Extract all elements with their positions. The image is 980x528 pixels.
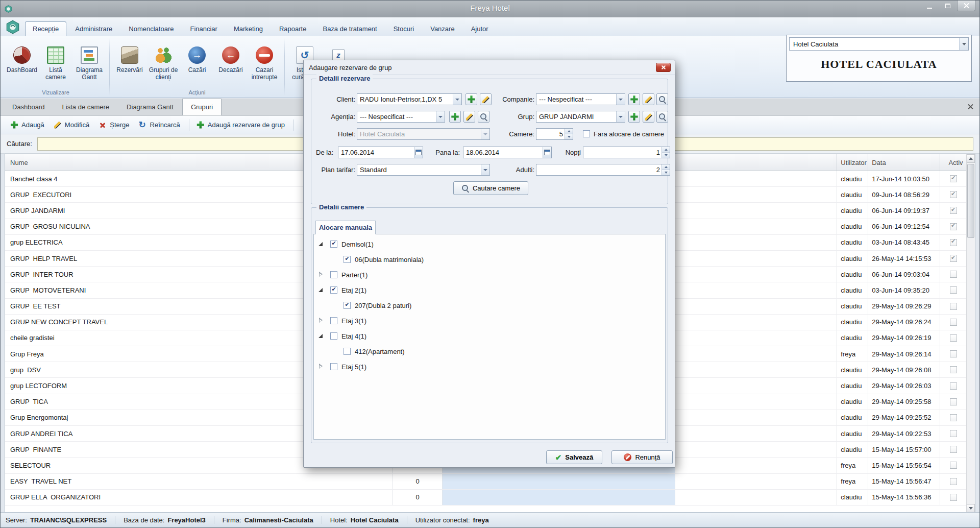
hotel-selector[interactable]: Hotel Caciulata	[789, 37, 969, 51]
spin-up-button[interactable]	[662, 164, 670, 170]
search-rooms-button[interactable]: Cautare camere	[453, 181, 528, 195]
close-view-button[interactable]	[968, 103, 973, 111]
active-checkbox[interactable]	[950, 223, 957, 230]
no-room-allocation-checkbox[interactable]	[583, 130, 590, 137]
active-checkbox[interactable]	[950, 303, 957, 310]
tree-item[interactable]: Etaj 2(1)	[314, 282, 665, 298]
de-la-datepicker[interactable]: 17.06.2014	[338, 147, 423, 158]
adulti-spinner[interactable]: 2	[536, 164, 670, 176]
toolbar-button[interactable]: Adaugă	[6, 119, 49, 131]
active-checkbox[interactable]	[950, 319, 957, 326]
menu-tab[interactable]: Recepție	[25, 21, 66, 36]
grup-search-button[interactable]	[656, 111, 668, 123]
active-checkbox[interactable]	[950, 462, 957, 469]
spin-up-button[interactable]	[662, 147, 670, 152]
tree-item[interactable]: Etaj 5(1)	[314, 359, 665, 374]
chevron-down-icon[interactable]	[616, 111, 625, 122]
chevron-down-icon[interactable]	[616, 94, 625, 105]
spin-down-button[interactable]	[662, 152, 670, 158]
nopti-spinner[interactable]: 1	[583, 147, 670, 158]
active-checkbox[interactable]	[950, 334, 957, 342]
agentia-search-button[interactable]	[478, 111, 489, 123]
menu-tab[interactable]: Nomenclatoare	[121, 21, 181, 36]
pana-la-datepicker[interactable]: 18.06.2014	[463, 147, 552, 158]
close-button[interactable]	[957, 1, 975, 11]
active-checkbox[interactable]	[950, 271, 957, 278]
tree-item[interactable]: 412(Apartament)	[314, 344, 665, 359]
plan-tarifar-combo[interactable]: Standard	[357, 164, 490, 176]
toolbar-button[interactable]: Modifică	[49, 119, 94, 131]
client-add-button[interactable]	[465, 93, 477, 105]
document-tab[interactable]: Diagrama Gantt	[118, 99, 182, 115]
tree-checkbox[interactable]	[330, 241, 337, 248]
tree-checkbox[interactable]	[330, 317, 337, 324]
ribbon-button[interactable]: Rezervări	[113, 45, 146, 81]
tree-expand-icon[interactable]	[317, 286, 325, 294]
menu-tab[interactable]: Administrare	[67, 21, 120, 36]
active-checkbox[interactable]	[950, 382, 957, 390]
active-checkbox[interactable]	[950, 191, 957, 198]
tree-checkbox[interactable]	[330, 363, 337, 370]
toolbar-button[interactable]: Reîncarcă	[134, 119, 185, 131]
companie-search-button[interactable]	[656, 93, 668, 105]
maximize-button[interactable]	[939, 1, 957, 11]
dialog-close-button[interactable]	[656, 63, 671, 72]
tree-item[interactable]: 207(Dubla 2 paturi)	[314, 298, 665, 313]
ribbon-button[interactable]: Decazări	[214, 45, 247, 81]
tree-expand-icon[interactable]	[317, 317, 325, 325]
tree-item[interactable]: Etaj 3(1)	[314, 313, 665, 328]
grup-edit-button[interactable]	[643, 111, 654, 123]
ribbon-button[interactable]: DashBoard	[6, 45, 38, 81]
active-checkbox[interactable]	[950, 478, 957, 485]
chevron-down-icon[interactable]	[453, 94, 461, 105]
scroll-down-button[interactable]	[967, 504, 975, 513]
tree-expand-icon[interactable]	[317, 332, 325, 340]
menu-tab[interactable]: Stocuri	[386, 21, 422, 36]
tree-checkbox[interactable]	[330, 286, 337, 294]
tree-checkbox[interactable]	[344, 348, 351, 355]
table-row[interactable]: GRUP ELLA ORGANIZATORI 0 claudiu 15-May-…	[5, 490, 966, 506]
menu-tab[interactable]: Baza de tratament	[315, 21, 384, 36]
companie-edit-button[interactable]	[643, 93, 654, 105]
spin-down-button[interactable]	[662, 170, 670, 175]
menu-tab[interactable]: Ajutor	[463, 21, 496, 36]
column-header-utilizator[interactable]: Utilizator	[837, 154, 868, 171]
active-checkbox[interactable]	[950, 207, 957, 214]
active-checkbox[interactable]	[950, 175, 957, 182]
active-checkbox[interactable]	[950, 239, 957, 246]
ribbon-button[interactable]: Diagrama Gantt	[73, 45, 106, 81]
active-checkbox[interactable]	[950, 430, 957, 437]
document-tab[interactable]: Lista de camere	[54, 99, 118, 115]
companie-combo[interactable]: --- Nespecificat ---	[536, 93, 625, 105]
menu-tab[interactable]: Rapoarte	[272, 21, 314, 36]
minimize-button[interactable]	[920, 1, 939, 11]
active-checkbox[interactable]	[950, 255, 957, 262]
tree-checkbox[interactable]	[344, 256, 351, 263]
column-header-activ[interactable]: Activ	[940, 154, 966, 171]
camere-spinner[interactable]: 5	[536, 128, 573, 140]
ribbon-button[interactable]: Grupuri de clienți	[147, 45, 180, 81]
agentia-add-button[interactable]	[449, 111, 461, 123]
active-checkbox[interactable]	[950, 366, 957, 373]
spin-up-button[interactable]	[565, 129, 573, 134]
menu-tab[interactable]: Financiar	[182, 21, 225, 36]
active-checkbox[interactable]	[950, 398, 957, 405]
save-button[interactable]: ✔ Salvează	[546, 450, 602, 464]
menu-tab[interactable]: Marketing	[226, 21, 271, 36]
chevron-down-icon[interactable]	[436, 111, 445, 122]
agentia-edit-button[interactable]	[463, 111, 475, 123]
tree-checkbox[interactable]	[344, 302, 351, 309]
tree-expand-icon[interactable]	[317, 240, 325, 248]
tab-alocare-manuala[interactable]: Alocare manuala	[315, 221, 376, 234]
active-checkbox[interactable]	[950, 414, 957, 421]
tree-item[interactable]: Etaj 4(1)	[314, 328, 665, 344]
client-edit-button[interactable]	[480, 93, 492, 105]
grup-combo[interactable]: GRUP JANDARMI	[536, 111, 625, 123]
ribbon-button[interactable]: Cazări	[181, 45, 213, 81]
agentia-combo[interactable]: --- Nespecificat ---	[357, 111, 445, 123]
ribbon-button[interactable]: Listă camere	[39, 45, 72, 81]
tree-item[interactable]: Parter(1)	[314, 267, 665, 282]
document-tab[interactable]: Dashboard	[4, 99, 54, 115]
vertical-scrollbar[interactable]	[966, 154, 975, 513]
tree-item[interactable]: Demisol(1)	[314, 236, 665, 252]
